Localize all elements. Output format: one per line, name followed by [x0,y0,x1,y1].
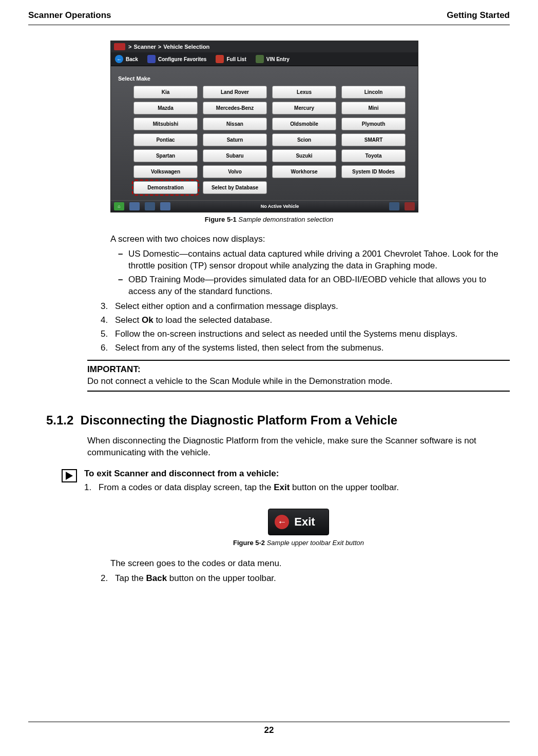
make-button[interactable]: Mitsubishi [133,118,198,130]
make-button[interactable]: Select by Database [203,181,267,194]
important-text: Do not connect a vehicle to the Scan Mod… [87,376,510,387]
back-button[interactable]: ← Back [115,55,138,63]
proc-step-1: 1.From a codes or data display screen, t… [84,482,510,494]
full-list-label: Full List [226,56,246,62]
play-icon [62,469,77,482]
after-step-2: 2.Tap the Back button on the upper toolb… [101,573,510,585]
make-button[interactable]: Land Rover [203,86,267,99]
figure-5-2-caption: Figure 5-2 Sample upper toolbar Exit but… [87,538,510,548]
toolbar-icon-2[interactable] [145,202,155,210]
section-title: Disconnecting the Diagnostic Platform Fr… [81,413,397,427]
section-number: 5.1.2 [46,413,73,427]
exit-arrow-icon: ← [275,515,289,529]
section-5-1-2-heading: 5.1.2 Disconnecting the Diagnostic Platf… [46,412,510,429]
make-button[interactable]: Pontiac [133,133,198,146]
vin-entry-label: VIN Entry [266,56,290,62]
configure-favorites-button[interactable]: Configure Favorites [147,55,206,63]
bottom-bar: ⌂ No Active Vehicle [111,200,418,212]
make-button[interactable]: Toyota [341,149,406,162]
make-button[interactable]: Lexus [272,86,336,99]
step-4: 4.Select Ok to load the selected databas… [101,315,510,326]
toolbar-icon-3[interactable] [160,202,170,210]
make-button[interactable]: Oldsmobile [272,118,336,130]
make-button[interactable]: Saturn [203,133,267,146]
breadcrumb-sep: > [158,44,161,50]
step-3: 3.Select either option and a confirmatio… [101,301,510,313]
after-steps: 2.Tap the Back button on the upper toolb… [101,573,510,585]
vin-entry-icon [256,55,264,63]
step-list: 3.Select either option and a confirmatio… [101,301,510,354]
intro-paragraph: A screen with two choices now displays: [110,234,510,245]
full-list-button[interactable]: Full List [216,55,246,63]
make-button[interactable]: Mini [341,102,406,114]
important-note: IMPORTANT: Do not connect a vehicle to t… [87,360,510,392]
breadcrumb-vehicle-selection: Vehicle Selection [163,44,209,50]
back-label: Back [126,56,138,62]
after-paragraph: The screen goes to the codes or data men… [110,558,510,570]
full-list-icon [216,55,224,63]
header-left: Scanner Operations [28,10,111,21]
home-icon[interactable]: ⌂ [114,202,124,210]
make-button[interactable]: Mercury [272,102,336,114]
vin-entry-button[interactable]: VIN Entry [256,55,290,63]
procedure-title: To exit Scanner and disconnect from a ve… [84,468,510,480]
select-make-label: Select Make [118,75,411,82]
make-button[interactable]: Volvo [203,165,267,178]
important-label: IMPORTANT: [87,364,510,376]
screenshot-vehicle-selection: > Scanner > Vehicle Selection ← Back Con… [110,41,418,212]
make-button[interactable]: Kia [133,86,198,99]
app-logo-icon [114,43,125,50]
figure-5-2-container: ← Exit [87,509,510,535]
exit-label: Exit [294,514,315,530]
step-5: 5.Follow the on-screen instructions and … [101,328,510,340]
breadcrumb-scanner: Scanner [133,44,156,50]
procedure-block: To exit Scanner and disconnect from a ve… [62,468,510,497]
procedure-steps: 1.From a codes or data display screen, t… [84,482,510,494]
make-button[interactable]: Lincoln [341,86,406,99]
make-button[interactable]: Workhorse [272,165,336,178]
figure-number: Figure 5-2 [233,539,265,547]
step-6: 6.Select from any of the systems listed,… [101,342,510,354]
configure-favorites-label: Configure Favorites [158,56,206,62]
page-header: Scanner Operations Getting Started [28,10,510,25]
breadcrumb-sep: > [128,44,131,50]
figure-5-1-container: > Scanner > Vehicle Selection ← Back Con… [110,41,510,212]
choice-us-domestic: US Domestic—contains actual data capture… [118,248,510,272]
make-button[interactable]: Subaru [203,149,267,162]
make-button[interactable]: System ID Modes [341,165,406,178]
figure-caption-text: Sample upper toolbar Exit button [265,539,364,547]
breadcrumb: > Scanner > Vehicle Selection [111,41,418,52]
figure-5-1-caption: Figure 5-1 Sample demonstration selectio… [28,216,510,223]
section-intro: When disconnecting the Diagnostic Platfo… [87,435,510,459]
make-button[interactable]: Mazda [133,102,198,114]
make-button[interactable]: Demonstration [133,181,198,194]
page-footer: 22 [28,722,510,735]
upper-toolbar: ← Back Configure Favorites Full List VIN… [111,52,418,66]
status-icon-1 [389,202,399,210]
make-button[interactable]: Spartan [133,149,198,162]
make-button[interactable]: Volkswagen [133,165,198,178]
vehicle-status: No Active Vehicle [261,204,299,209]
choice-list: US Domestic—contains actual data capture… [118,248,510,298]
make-button[interactable]: Nissan [203,118,267,130]
back-arrow-icon: ← [115,55,123,63]
status-icon-2 [405,202,415,210]
make-grid: KiaLand RoverLexusLincolnMazdaMercedes-B… [133,86,406,194]
exit-button[interactable]: ← Exit [268,509,329,535]
header-right: Getting Started [447,10,510,21]
make-button[interactable]: Plymouth [341,118,406,130]
figure-caption-text: Sample demonstration selection [237,216,334,223]
make-button[interactable]: Suzuki [272,149,336,162]
figure-number: Figure 5-1 [205,216,237,223]
make-button[interactable]: Scion [272,133,336,146]
favorites-icon [147,55,156,63]
toolbar-icon-1[interactable] [129,202,140,210]
make-button[interactable]: Mercedes-Benz [203,102,267,114]
choice-obd-training: OBD Training Mode—provides simulated dat… [118,274,510,298]
page-number: 22 [264,725,274,735]
body-content: A screen with two choices now displays: … [87,234,510,585]
make-button[interactable]: SMART [341,133,406,146]
